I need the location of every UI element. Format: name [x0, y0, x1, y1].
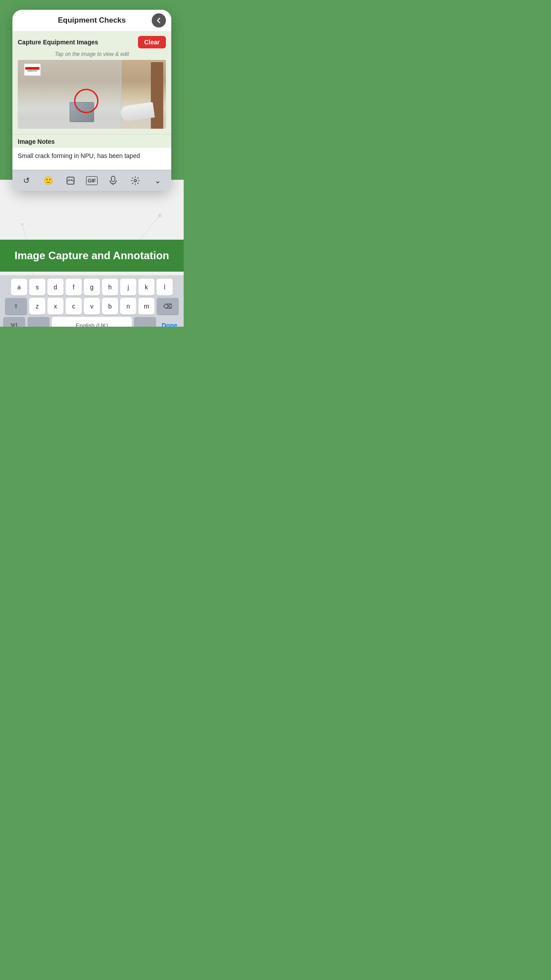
key-z[interactable]: z — [29, 298, 45, 315]
image-notes-text[interactable]: Small crack forming in NPU, has been tap… — [12, 148, 171, 170]
white-pipe — [120, 102, 155, 122]
keyboard-row-3: !#1 , English (UK) . Done — [2, 317, 182, 327]
key-d[interactable]: d — [47, 279, 63, 296]
shift-key[interactable]: ⇧ — [5, 298, 27, 315]
keyboard: a s d f g h j k l ⇧ z x c v b n m ⌫ !#1 … — [0, 275, 184, 327]
key-x[interactable]: x — [47, 298, 63, 315]
key-n[interactable]: n — [120, 298, 136, 315]
svg-line-7 — [138, 215, 160, 242]
keyboard-toolbar: ↺ 🙂 GIF — [12, 170, 171, 191]
key-v[interactable]: v — [84, 298, 100, 315]
key-c[interactable]: c — [66, 298, 82, 315]
capture-section: Capture Equipment Images Clear Tap on th… — [12, 32, 171, 134]
capture-header: Capture Equipment Images Clear — [18, 36, 166, 48]
key-m[interactable]: m — [138, 298, 154, 315]
microphone-icon[interactable] — [106, 174, 120, 187]
key-a[interactable]: a — [11, 279, 27, 296]
keyboard-row-2: ⇧ z x c v b n m ⌫ — [2, 298, 182, 315]
svg-point-13 — [69, 179, 70, 180]
emoji-icon[interactable]: 🙂 — [42, 174, 55, 187]
sym-key[interactable]: !#1 — [3, 317, 25, 327]
svg-point-17 — [134, 180, 137, 182]
equipment-image[interactable]: ASBESTOS — [18, 60, 166, 129]
capture-title: Capture Equipment Images — [18, 39, 98, 46]
back-button[interactable] — [152, 13, 166, 28]
key-k[interactable]: k — [138, 279, 154, 296]
green-banner: Image Capture and Annotation — [0, 240, 184, 272]
keyboard-row-1: a s d f g h j k l — [2, 279, 182, 296]
settings-icon[interactable] — [129, 174, 142, 187]
svg-rect-15 — [111, 176, 115, 182]
key-b[interactable]: b — [102, 298, 118, 315]
warning-sign: ASBESTOS — [24, 63, 41, 76]
door — [151, 62, 163, 129]
key-s[interactable]: s — [29, 279, 45, 296]
space-key[interactable]: English (UK) — [52, 317, 132, 327]
done-key[interactable]: Done — [158, 317, 181, 327]
key-h[interactable]: h — [102, 279, 118, 296]
delete-key[interactable]: ⌫ — [157, 298, 179, 315]
gif-icon[interactable]: GIF — [86, 176, 98, 185]
period-key[interactable]: . — [134, 317, 156, 327]
phone-card: Equipment Checks Capture Equipment Image… — [12, 10, 171, 191]
svg-point-14 — [71, 179, 72, 180]
key-j[interactable]: j — [120, 279, 136, 296]
clear-button[interactable]: Clear — [138, 36, 166, 48]
screen-title: Equipment Checks — [58, 16, 126, 25]
rotate-icon[interactable]: ↺ — [20, 174, 33, 187]
chevron-down-icon[interactable]: ⌄ — [151, 174, 164, 187]
banner-text: Image Capture and Annotation — [15, 249, 169, 261]
screen-layout: Equipment Checks Capture Equipment Image… — [0, 0, 184, 327]
tap-hint: Tap on the image to view & edit — [18, 51, 166, 57]
key-l[interactable]: l — [157, 279, 173, 296]
asbestos-text: ASBESTOS — [28, 70, 37, 72]
key-g[interactable]: g — [84, 279, 100, 296]
annotation-circle — [74, 89, 98, 113]
image-scene: ASBESTOS — [18, 60, 166, 129]
phone-header: Equipment Checks — [12, 10, 171, 32]
image-notes-header: Image Notes — [12, 134, 171, 148]
key-f[interactable]: f — [66, 279, 82, 296]
sticker-icon[interactable] — [64, 174, 77, 187]
comma-key[interactable]: , — [28, 317, 50, 327]
